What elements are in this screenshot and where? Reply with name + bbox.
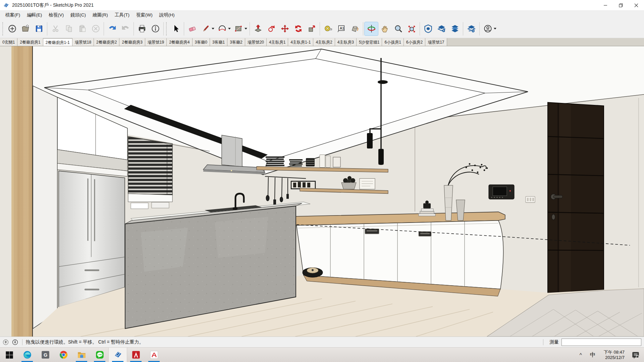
account-button[interactable]: [481, 22, 494, 36]
menu-view[interactable]: 檢視(V): [45, 11, 67, 19]
copy-button[interactable]: [62, 22, 75, 36]
acrobat-reader-icon: [150, 350, 159, 359]
ime-indicator[interactable]: 中: [586, 351, 600, 359]
extension-2-button[interactable]: [435, 22, 448, 36]
restore-button[interactable]: [613, 0, 629, 10]
follow-me-tool-button[interactable]: [265, 22, 278, 36]
rectangle-icon: [234, 24, 243, 33]
scene-tab[interactable]: 場景號17: [425, 38, 447, 46]
save-button[interactable]: [32, 22, 46, 36]
extension-4-button[interactable]: [465, 22, 478, 36]
rectangle-tool-button[interactable]: [232, 22, 245, 36]
menu-window[interactable]: 視窗(W): [133, 11, 156, 19]
scene-tab[interactable]: 2餐廳廚房2: [94, 38, 119, 46]
open-button[interactable]: [19, 22, 32, 36]
fridge: [59, 171, 125, 307]
rotate-icon: [294, 24, 303, 33]
delete-button[interactable]: [89, 22, 102, 36]
scene-tab[interactable]: 4主臥房2: [313, 38, 335, 46]
status-bar: 拖曳以便進行環繞。Shift = 平移。 Ctrl = 暫時停止重力。 測量: [0, 337, 644, 347]
model-viewport[interactable]: [0, 46, 644, 337]
menu-camera[interactable]: 鏡頭(C): [67, 11, 89, 19]
pan-tool-button[interactable]: [378, 22, 391, 36]
scene-tab[interactable]: 2餐廳廚房1: [17, 38, 43, 46]
extension-1-button[interactable]: [421, 22, 435, 36]
rotate-tool-button[interactable]: [291, 22, 305, 36]
text-tool-button[interactable]: A1: [335, 22, 348, 36]
hidden-icons-chevron[interactable]: ^: [576, 352, 586, 358]
menu-edit[interactable]: 編輯(E): [23, 11, 45, 19]
toolbar-grip[interactable]: [166, 22, 167, 36]
notification-center-icon[interactable]: [631, 350, 641, 360]
print-button[interactable]: [135, 22, 149, 36]
eraser-tool-button[interactable]: [185, 22, 199, 36]
scene-tab[interactable]: 2餐廳廚房4: [167, 38, 192, 46]
scene-tab-active[interactable]: 2餐廳廚房1-1: [43, 38, 72, 46]
cut-button[interactable]: [49, 22, 62, 36]
minimize-button[interactable]: [598, 0, 613, 10]
scene-tab[interactable]: 4主臥房1: [267, 38, 288, 46]
menu-tools[interactable]: 工具(T): [111, 11, 133, 19]
taskbar-google[interactable]: G: [36, 348, 54, 362]
taskbar-edge[interactable]: [18, 348, 36, 362]
menu-help[interactable]: 說明(H): [156, 11, 178, 19]
menu-file[interactable]: 檔案(F): [2, 11, 23, 19]
scale-tool-button[interactable]: [305, 22, 318, 36]
new-button[interactable]: [5, 22, 19, 36]
scene-tab[interactable]: 3客廳2: [227, 38, 245, 46]
file-explorer-icon: [77, 350, 86, 359]
sketchup-app-icon: [113, 350, 122, 359]
scene-tab[interactable]: 4主臥房3: [335, 38, 357, 46]
arc-tool-button[interactable]: [215, 22, 229, 36]
taskbar-acrobat-reader[interactable]: [145, 348, 163, 362]
edge-icon: [23, 350, 32, 359]
orbit-icon: [367, 24, 376, 33]
toolbar-grip[interactable]: [2, 22, 4, 36]
extension-chevrons-gear-icon: [467, 24, 476, 33]
zoom-tool-button[interactable]: [391, 22, 405, 36]
menu-board: [360, 178, 375, 189]
extension-3-button[interactable]: [448, 22, 462, 36]
zoom-extents-button[interactable]: [405, 22, 418, 36]
geolocation-icon[interactable]: [3, 339, 9, 345]
menu-draw[interactable]: 繪圖(R): [89, 11, 111, 19]
arc-icon: [218, 24, 227, 33]
line-tool-button[interactable]: [199, 22, 212, 36]
move-tool-button[interactable]: [278, 22, 291, 36]
scene-tab[interactable]: 5沙發背牆1: [357, 38, 382, 46]
paste-button[interactable]: [75, 22, 89, 36]
taskbar-adobe-acrobat[interactable]: [127, 348, 145, 362]
credits-info-icon[interactable]: [12, 339, 18, 345]
tape-measure-tool-button[interactable]: [321, 22, 335, 36]
scene-tab[interactable]: 6小孩房1: [382, 38, 404, 46]
scene-tab[interactable]: 3客廳0: [193, 38, 210, 46]
taskbar-clock[interactable]: 下午 08:47 2025/12/7: [600, 350, 629, 360]
scene-tab[interactable]: 6小孩房2: [404, 38, 425, 46]
measure-input[interactable]: [561, 339, 641, 346]
entry-door: [548, 102, 604, 293]
close-button[interactable]: [629, 0, 644, 10]
svg-text:LINE: LINE: [98, 354, 102, 356]
scene-tab[interactable]: 0玄關1: [0, 38, 17, 46]
push-pull-tool-button[interactable]: [251, 22, 265, 36]
taskbar-file-explorer[interactable]: [72, 348, 91, 362]
orbit-tool-button[interactable]: [365, 22, 378, 36]
sketchup-logo-icon: [3, 2, 9, 9]
model-info-button[interactable]: [149, 22, 162, 36]
taskbar-line[interactable]: LINE: [91, 348, 109, 362]
redo-button[interactable]: [119, 22, 132, 36]
cut-icon: [51, 24, 60, 33]
paint-bucket-tool-button[interactable]: [348, 22, 362, 36]
undo-button[interactable]: [105, 22, 119, 36]
scene-tab[interactable]: 3客廳1: [210, 38, 227, 46]
scene-tab[interactable]: 2餐廳廚房3: [119, 38, 145, 46]
scene-tab[interactable]: 場景號20: [245, 38, 267, 46]
clock-time: 下午 08:47: [604, 350, 625, 355]
start-button[interactable]: [0, 348, 18, 362]
select-tool-button[interactable]: [169, 22, 182, 36]
scene-tab[interactable]: 4主臥房1-1: [288, 38, 313, 46]
taskbar-sketchup[interactable]: [109, 348, 127, 362]
scene-tab[interactable]: 場景號18: [72, 38, 94, 46]
scene-tab[interactable]: 場景號19: [145, 38, 167, 46]
taskbar-chrome[interactable]: [54, 348, 72, 362]
